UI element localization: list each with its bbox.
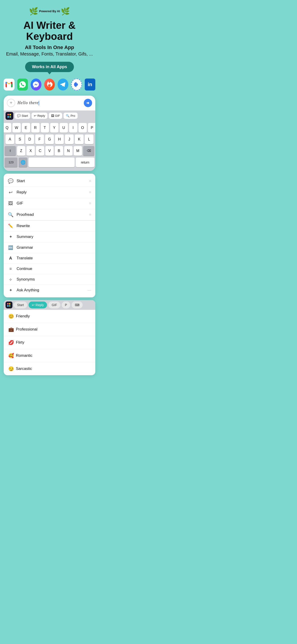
reply-app-icon[interactable]	[6, 302, 12, 308]
dropdown-summary[interactable]: ✦ Summary	[4, 232, 95, 242]
key-s[interactable]: S	[16, 134, 24, 144]
key-l[interactable]: L	[85, 134, 94, 144]
kb-gif-button[interactable]: 🖼 GIF	[49, 113, 62, 119]
dropdown-grammar[interactable]: 🔤 Grammar	[4, 242, 95, 253]
key-row-4: 123 🌐 return	[4, 158, 94, 167]
subtitle-bold: All Tools In One App	[0, 44, 99, 50]
reply-flirty[interactable]: 💋 Flirty	[4, 336, 95, 349]
proofread-icon: 🔍	[8, 212, 13, 218]
key-f[interactable]: F	[35, 134, 44, 144]
key-123[interactable]: 123	[4, 158, 18, 167]
start-label: Start	[16, 179, 86, 183]
dropdown-ask-anything[interactable]: ✦ Ask Anything —	[4, 285, 95, 296]
key-o[interactable]: O	[78, 123, 87, 133]
reply-start-label: Start	[17, 303, 24, 307]
key-g[interactable]: G	[45, 134, 54, 144]
key-x[interactable]: X	[26, 146, 35, 156]
kb-reply-button[interactable]: ↩ Reply	[32, 113, 47, 119]
key-q[interactable]: Q	[4, 123, 11, 133]
tinder-icon	[44, 78, 55, 90]
key-a[interactable]: A	[6, 134, 14, 144]
keyboard-area: Q W E R T Y U I O P A S D F G H J K L ⇧ …	[4, 121, 95, 171]
key-h[interactable]: H	[55, 134, 64, 144]
reply-panel: Start ↩ Reply GIF P ⌨ 😊 Friendly 💼 Profe…	[4, 300, 95, 375]
reply-sarcastic[interactable]: 😏 Sarcastic	[4, 362, 95, 375]
kb-pro-button[interactable]: 🔍 Pro	[64, 113, 77, 119]
kb-app-icon[interactable]	[6, 112, 13, 120]
linkedin-icon: in	[85, 78, 96, 90]
reply-label: Reply	[16, 190, 86, 195]
works-badge-area: Works in All Apps	[0, 62, 99, 72]
reply-professional[interactable]: 💼 Professional	[4, 323, 95, 336]
reply-reply-tab[interactable]: ↩ Reply	[28, 302, 47, 308]
key-row-2: A S D F G H J K L	[4, 134, 94, 144]
reply-toolbar: Start ↩ Reply GIF P ⌨	[4, 300, 95, 310]
rewrite-label: Rewrite	[16, 224, 91, 228]
reply-start-tab[interactable]: Start	[14, 302, 27, 308]
dropdown-synonyms[interactable]: ⟡ Synonyms	[4, 274, 95, 285]
reply-gif-tab[interactable]: GIF	[48, 302, 60, 308]
key-z[interactable]: Z	[17, 146, 25, 156]
key-d[interactable]: D	[25, 134, 34, 144]
start-drag: ≡	[89, 179, 91, 183]
ask-anything-drag: —	[88, 288, 91, 292]
plus-button[interactable]: +	[7, 99, 15, 107]
key-shift[interactable]: ⇧	[4, 146, 16, 156]
key-v[interactable]: V	[45, 146, 54, 156]
key-r[interactable]: R	[31, 123, 40, 133]
synonyms-icon: ⟡	[8, 277, 13, 282]
key-y[interactable]: Y	[50, 123, 58, 133]
kb-start-button[interactable]: 💬 Start	[15, 113, 30, 119]
key-n[interactable]: N	[64, 146, 72, 156]
gif-icon: 🖼	[8, 201, 13, 206]
start-icon: 💬	[8, 178, 13, 184]
reply-reply-label: Reply	[36, 303, 44, 307]
kb-toolbar: 💬 Start ↩ Reply 🖼 GIF 🔍 Pro	[4, 110, 95, 121]
dropdown-rewrite[interactable]: ✏️ Rewrite	[4, 221, 95, 232]
text-field[interactable]: Hello there	[18, 100, 82, 106]
badge-center: Powered By AI	[39, 10, 60, 13]
synonyms-label: Synonyms	[16, 277, 91, 282]
dropdown-reply[interactable]: ↩ Reply ≡	[4, 187, 95, 198]
continue-label: Continue	[16, 266, 91, 271]
text-input-row: + Hello there	[4, 96, 95, 110]
key-space[interactable]	[28, 158, 74, 167]
kb-start-icon: 💬	[17, 114, 21, 118]
key-e[interactable]: E	[22, 123, 30, 133]
translate-label: Translate	[16, 256, 91, 260]
key-b[interactable]: B	[55, 146, 63, 156]
key-emoji[interactable]: 🌐	[19, 158, 28, 167]
translate-icon: A	[8, 256, 13, 261]
reply-keyboard-icon: ⌨	[75, 303, 80, 307]
reply-p-tab[interactable]: P	[62, 302, 70, 308]
dropdown-translate[interactable]: A Translate	[4, 253, 95, 264]
kb-reply-icon: ↩	[34, 114, 36, 118]
reply-friendly[interactable]: 😊 Friendly	[4, 310, 95, 323]
key-delete[interactable]: ⌫	[83, 146, 94, 156]
dropdown-gif[interactable]: 🖼 GIF ≡	[4, 198, 95, 209]
key-w[interactable]: W	[12, 123, 21, 133]
reply-romantic[interactable]: 🥰 Romantic	[4, 349, 95, 362]
friendly-emoji: 😊	[8, 314, 14, 319]
left-wreath-icon: 🌿	[29, 7, 38, 16]
key-t[interactable]: T	[41, 123, 49, 133]
key-return[interactable]: return	[76, 158, 94, 167]
key-p[interactable]: P	[88, 123, 96, 133]
key-j[interactable]: J	[65, 134, 74, 144]
gmail-icon	[4, 78, 14, 90]
key-k[interactable]: K	[75, 134, 84, 144]
key-u[interactable]: U	[60, 123, 68, 133]
signal-icon	[71, 78, 82, 90]
key-m[interactable]: M	[74, 146, 82, 156]
key-c[interactable]: C	[36, 146, 44, 156]
send-button[interactable]	[84, 99, 92, 107]
dropdown-proofread[interactable]: 🔍 Proofread ≡	[4, 209, 95, 220]
reply-gif-label: GIF	[52, 303, 57, 307]
reply-keyboard-tab[interactable]: ⌨	[72, 302, 83, 308]
reply-p-label: P	[65, 303, 67, 307]
dropdown-start[interactable]: 💬 Start ≡	[4, 176, 95, 187]
reply-drag: ≡	[89, 190, 91, 194]
key-i[interactable]: I	[69, 123, 77, 133]
dropdown-continue[interactable]: ≡ Continue	[4, 264, 95, 274]
continue-icon: ≡	[8, 266, 13, 271]
